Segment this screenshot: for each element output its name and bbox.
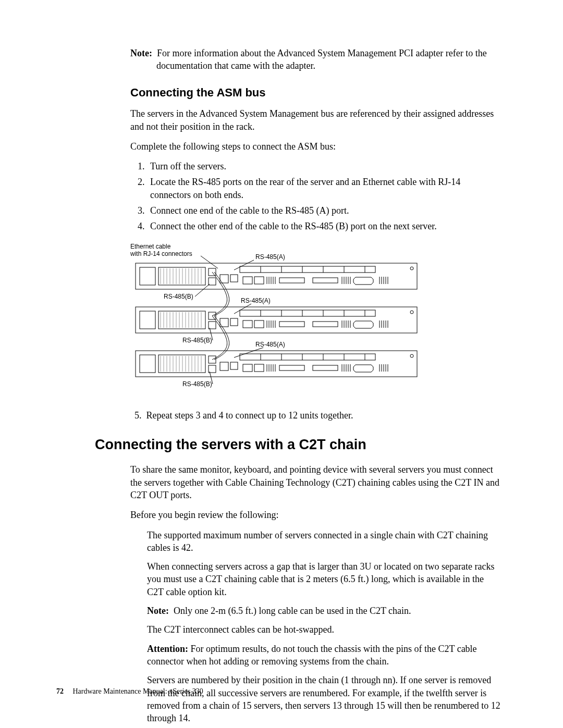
asm-step-5: 5. Repeat steps 3 and 4 to connect up to…	[130, 409, 500, 422]
svg-line-149	[234, 348, 263, 357]
asm-step-5-text: Repeat steps 3 and 4 to connect up to 12…	[146, 410, 353, 421]
svg-rect-77	[254, 320, 264, 328]
asm-diagram-svg: .lt { font: 12px Arial, Helvetica, sans-…	[130, 242, 422, 399]
asm-figure: .lt { font: 12px Arial, Helvetica, sans-…	[130, 242, 500, 399]
c2t-note-text: Only one 2-m (6.5 ft.) long cable can be…	[174, 606, 411, 616]
page: Note: For more information about the Adv…	[0, 0, 563, 728]
svg-line-144	[201, 256, 218, 268]
c2t-bullet-1: The supported maximum number of servers …	[147, 529, 500, 554]
heading-asm: Connecting the ASM bus	[130, 85, 500, 101]
asm-step-1: Turn off the servers.	[147, 160, 500, 172]
fig-label-rs485b-1: RS-485(B)	[164, 293, 193, 300]
fig-label-rs485b-3: RS-485(B)	[182, 380, 212, 388]
svg-rect-116	[230, 362, 238, 369]
c2t-attention: Attention: For optimum results, do not t…	[147, 643, 500, 668]
svg-line-145	[234, 260, 254, 270]
svg-rect-98	[158, 355, 205, 373]
svg-rect-125	[254, 364, 264, 372]
c2t-bullet-4: Servers are numbered by their position i…	[147, 674, 500, 724]
svg-rect-132	[313, 365, 338, 371]
note-text: For more information about the Advanced …	[156, 48, 487, 71]
svg-rect-50	[158, 311, 205, 329]
svg-point-95	[410, 311, 413, 314]
fig-label-eth1: Ethernet cable	[130, 243, 171, 250]
svg-rect-29	[254, 277, 264, 284]
svg-rect-117	[240, 354, 375, 360]
svg-rect-49	[140, 311, 155, 329]
server-stack	[136, 263, 417, 377]
asm-step-2: Locate the RS-485 ports on the rear of t…	[147, 176, 500, 201]
body-column: Note: For more information about the Adv…	[95, 47, 500, 724]
svg-rect-20	[230, 275, 238, 282]
asm-steps: Turn off the servers. Locate the RS-485 …	[130, 160, 500, 232]
c2t-bullet-2: When connecting servers across a gap tha…	[147, 560, 500, 598]
c2t-note-label: Note:	[147, 606, 169, 616]
server-unit-2	[136, 307, 417, 333]
svg-line-147	[234, 304, 251, 314]
svg-rect-2	[158, 267, 205, 285]
c2t-paragraph-1: To share the same monitor, keyboard, and…	[130, 463, 500, 501]
svg-point-47	[410, 267, 413, 270]
svg-rect-28	[243, 277, 252, 284]
server-unit-1	[136, 263, 417, 289]
fig-label-rs485b-2: RS-485(B)	[182, 337, 212, 344]
svg-rect-114	[209, 365, 216, 373]
svg-point-143	[410, 354, 413, 357]
svg-rect-68	[230, 318, 238, 326]
server-unit-3	[136, 351, 417, 377]
svg-rect-97	[140, 355, 155, 373]
svg-rect-131	[279, 365, 304, 371]
asm-paragraph-2: Complete the following steps to connect …	[130, 140, 500, 153]
c2t-attn-label: Attention:	[147, 644, 188, 654]
c2t-bullet-3: The C2T interconnect cables can be hot-s…	[147, 623, 500, 636]
asm-paragraph-1: The servers in the Advanced System Manag…	[130, 107, 500, 133]
c2t-attn-text: For optimum results, do not touch the ch…	[147, 644, 477, 667]
svg-rect-36	[313, 278, 338, 283]
heading-c2t: Connecting the servers with a C2T chain	[95, 435, 500, 454]
fig-label-eth2: with RJ-14 connectors	[130, 250, 192, 257]
svg-rect-115	[220, 362, 228, 371]
note-label: Note:	[130, 48, 152, 58]
asm-step-4: Connect the other end of the cable to th…	[147, 220, 500, 232]
page-footer: 72 Hardware Maintenance Manual: xSeries …	[56, 687, 203, 697]
svg-line-146	[195, 284, 210, 297]
svg-rect-1	[140, 267, 155, 285]
svg-rect-84	[313, 322, 338, 327]
svg-rect-66	[209, 322, 216, 329]
svg-rect-21	[240, 266, 375, 273]
svg-rect-35	[279, 278, 304, 283]
c2t-note: Note: Only one 2-m (6.5 ft.) long cable …	[147, 604, 500, 617]
asm-step-3: Connect one end of the cable to the RS-4…	[147, 204, 500, 217]
fig-label-rs485a-1: RS-485(A)	[255, 253, 285, 261]
svg-rect-83	[279, 322, 304, 327]
c2t-paragraph-2: Before you begin review the following:	[130, 509, 500, 521]
svg-rect-69	[240, 310, 375, 316]
svg-rect-18	[209, 278, 216, 285]
footer-title: Hardware Maintenance Manual: xSeries 330	[73, 687, 203, 695]
fig-label-rs485a-3: RS-485(A)	[255, 341, 285, 348]
asm-step-5-number: 5.	[134, 410, 142, 421]
fig-label-rs485a-2: RS-485(A)	[241, 297, 271, 304]
page-number: 72	[56, 687, 64, 695]
svg-rect-124	[243, 364, 252, 372]
top-note: Note: For more information about the Adv…	[130, 47, 500, 72]
svg-rect-76	[243, 320, 252, 328]
